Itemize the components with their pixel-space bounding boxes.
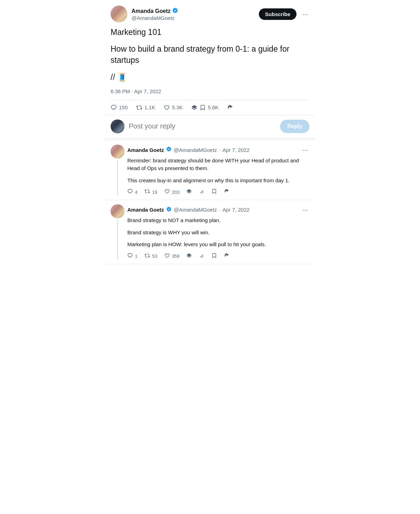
reply-action-layers-1[interactable]	[186, 189, 192, 196]
verified-badge	[172, 7, 178, 15]
author-info: Amanda Goetz @AmandaMGoetz	[132, 7, 178, 21]
reply-action-bookmark-1[interactable]	[211, 189, 217, 196]
reply-share-icon-1	[224, 189, 230, 196]
reply-heart-icon-2	[164, 253, 170, 260]
reply-handle-2: @AmandaMGoetz	[174, 207, 217, 213]
tweet-header: Amanda Goetz @AmandaMGoetz Subscribe ···	[111, 6, 309, 22]
reply-action-reply-2[interactable]: 1	[127, 253, 137, 260]
reply-name-2: Amanda Goetz	[127, 207, 164, 213]
retweet-count-1: 19	[152, 190, 157, 195]
tweet-author: Amanda Goetz @AmandaMGoetz	[111, 6, 178, 22]
reply-action-retweet-1[interactable]: 19	[144, 189, 157, 196]
share-stat[interactable]	[227, 104, 233, 111]
reply-handle-1: @AmandaMGoetz	[174, 147, 217, 153]
author-handle: @AmandaMGoetz	[132, 15, 178, 21]
tweet-time: 6:36 PM · Apr 7, 2022	[111, 88, 309, 94]
reply-count-1: 4	[135, 190, 137, 195]
reply-analytics-icon-2	[199, 253, 204, 260]
reply-action-analytics-1[interactable]	[199, 189, 204, 196]
reply-header-2: Amanda Goetz @AmandaMGoetz · Apr 7, 2022…	[127, 204, 309, 215]
reply-action-retweet-2[interactable]: 53	[144, 253, 157, 260]
reply-retweet-icon-2	[144, 253, 150, 260]
reply-retweet-icon-1	[144, 189, 150, 196]
heart-icon	[164, 104, 170, 111]
share-icon	[227, 104, 233, 111]
reply-button[interactable]: Reply	[280, 120, 309, 133]
reply-item-1: Amanda Goetz @AmandaMGoetz · Apr 7, 2022…	[105, 140, 315, 200]
retweet-icon	[136, 104, 142, 111]
reply-header-1: Amanda Goetz @AmandaMGoetz · Apr 7, 2022…	[127, 145, 309, 155]
thread-line-1	[117, 160, 118, 196]
like-stat[interactable]: 5.3K	[164, 104, 183, 111]
retweet-stat[interactable]: 1.1K	[136, 104, 155, 111]
reply-count: 150	[119, 104, 128, 110]
author-name: Amanda Goetz	[132, 7, 178, 15]
reply-input[interactable]	[129, 122, 276, 130]
tweet-line1: Marketing 101	[111, 27, 309, 38]
reply-actions-1: 4 19 203	[127, 189, 309, 196]
author-name-text: Amanda Goetz	[132, 8, 171, 14]
reply-action-share-1[interactable]	[224, 189, 230, 196]
reply-author-line-2: Amanda Goetz @AmandaMGoetz · Apr 7, 2022	[127, 206, 249, 213]
reply-avatar-2	[111, 204, 125, 218]
reply-text-p1-2: Brand strategy is NOT a marketing plan.	[127, 216, 309, 225]
reply-input-wrapper	[129, 122, 276, 130]
bookmark-count: 5.6K	[208, 104, 219, 110]
reply-stat[interactable]: 150	[111, 104, 128, 111]
reply-thread: Amanda Goetz @AmandaMGoetz · Apr 7, 2022…	[105, 140, 315, 264]
reply-action-reply-1[interactable]: 4	[127, 189, 137, 196]
reply-action-layers-2[interactable]	[186, 253, 192, 260]
reply-text-p1-1: Reminder: brand strategy should be done …	[127, 157, 309, 172]
reply-date-1: Apr 7, 2022	[223, 147, 250, 153]
reply-count-2: 1	[135, 254, 137, 259]
reply-area: Reply	[105, 115, 315, 140]
reply-action-like-2[interactable]: 359	[164, 253, 180, 260]
more-options-button[interactable]: ···	[301, 9, 309, 20]
main-tweet: Amanda Goetz @AmandaMGoetz Subscribe ···…	[105, 0, 315, 115]
reply-more-button-1[interactable]: ···	[301, 145, 309, 155]
reply-action-like-1[interactable]: 203	[164, 189, 180, 196]
reply-icon	[111, 104, 117, 111]
reply-action-share-2[interactable]	[224, 253, 230, 260]
bookmark-stat[interactable]: 5.6K	[191, 104, 219, 111]
bookmark-icon	[200, 104, 206, 111]
reply-avatar-1	[111, 145, 125, 159]
reply-body-1: Amanda Goetz @AmandaMGoetz · Apr 7, 2022…	[127, 145, 309, 196]
reply-analytics-icon-1	[199, 189, 204, 196]
reply-layers-icon-2	[186, 253, 192, 260]
reply-action-reply-icon-2	[127, 253, 133, 260]
reply-action-analytics-2[interactable]	[199, 253, 204, 260]
header-actions: Subscribe ···	[259, 8, 309, 20]
retweet-count-2: 53	[152, 254, 157, 259]
reply-text-2: Brand strategy is NOT a marketing plan. …	[127, 216, 309, 249]
reply-actions-2: 1 53 359	[127, 253, 309, 260]
like-count: 5.3K	[172, 104, 183, 110]
reply-action-reply-icon-1	[127, 189, 133, 196]
like-count-1: 203	[172, 190, 180, 195]
reply-verified-1	[166, 146, 172, 153]
reply-time-1: ·	[219, 147, 220, 153]
layers-icon	[191, 104, 197, 111]
reply-user-avatar	[111, 119, 125, 133]
reply-layers-icon-1	[186, 189, 192, 196]
reply-more-button-2[interactable]: ···	[301, 204, 309, 215]
reply-left-1	[111, 145, 125, 196]
reply-text-p2-1: This creates buy-in and alignment on why…	[127, 177, 309, 185]
tweet-stats: 150 1.1K 5.3K	[111, 100, 309, 115]
like-count-2: 359	[172, 254, 180, 259]
reply-heart-icon-1	[164, 189, 170, 196]
reply-share-icon-2	[224, 253, 230, 260]
retweet-count: 1.1K	[144, 104, 155, 110]
reply-body-2: Amanda Goetz @AmandaMGoetz · Apr 7, 2022…	[127, 204, 309, 260]
reply-bookmark-icon-1	[211, 189, 217, 196]
subscribe-button[interactable]: Subscribe	[259, 8, 297, 20]
tweet-line3: // 🧵	[111, 72, 309, 83]
author-avatar	[111, 6, 127, 22]
reply-date-2: Apr 7, 2022	[223, 207, 250, 213]
thread-line-2	[117, 220, 118, 260]
reply-verified-2	[166, 206, 172, 213]
reply-item-2: Amanda Goetz @AmandaMGoetz · Apr 7, 2022…	[105, 200, 315, 264]
reply-author-line-1: Amanda Goetz @AmandaMGoetz · Apr 7, 2022	[127, 146, 249, 153]
reply-action-bookmark-2[interactable]	[211, 253, 217, 260]
tweet-line2: How to build a brand strategy from 0-1: …	[111, 43, 309, 66]
